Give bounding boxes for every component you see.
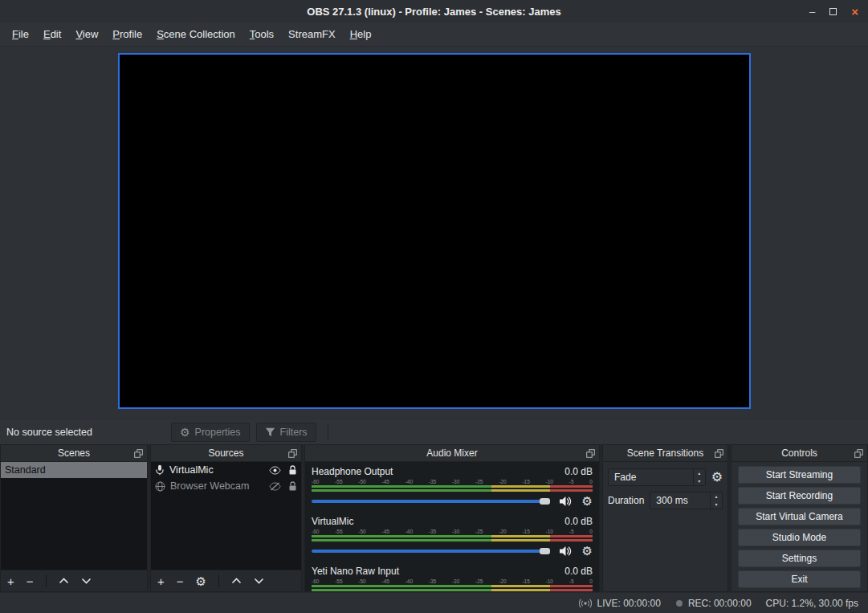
lock-icon[interactable]: [288, 481, 297, 492]
slider-handle[interactable]: [540, 548, 550, 554]
menu-item-profile[interactable]: Profile: [105, 25, 149, 43]
transition-select[interactable]: Fade ▴ ▾: [608, 468, 706, 486]
db-tick-label: -30: [452, 529, 459, 535]
popout-icon[interactable]: [586, 449, 595, 458]
gear-icon[interactable]: ⚙: [582, 495, 593, 507]
titlebar: OBS 27.1.3 (linux) - Profile: James - Sc…: [0, 0, 868, 22]
db-tick-label: -5: [569, 578, 574, 585]
combo-spinner: ▴ ▾: [693, 469, 705, 485]
duration-spinbox[interactable]: 300 ms ▴ ▾: [650, 492, 723, 509]
move-source-up-button[interactable]: [231, 578, 242, 584]
menu-item-help[interactable]: Help: [343, 25, 379, 43]
preview-canvas[interactable]: [118, 53, 751, 409]
eye-off-icon[interactable]: [269, 482, 281, 491]
source-properties-gear-icon[interactable]: ⚙: [196, 575, 206, 587]
db-tick-label: -40: [405, 479, 413, 485]
scenes-panel-title: Scenes: [58, 447, 90, 459]
db-scale: -60-55-50-45-40-35-30-25-20-15-10-50: [312, 529, 593, 535]
spin-up-icon[interactable]: ▴: [711, 492, 722, 501]
remove-source-button[interactable]: −: [177, 575, 184, 587]
menu-item-file[interactable]: File: [5, 25, 36, 43]
scenes-panel-header: Scenes: [1, 445, 147, 462]
level-meter: [312, 589, 593, 591]
db-tick-label: -20: [499, 529, 506, 535]
gear-icon[interactable]: ⚙: [582, 545, 593, 557]
volume-slider[interactable]: [312, 546, 550, 557]
volume-row: ⚙: [312, 493, 593, 509]
toolbar-separator: [328, 425, 328, 439]
source-row-controls: [269, 481, 297, 492]
menu-item-edit[interactable]: Edit: [36, 25, 68, 43]
transitions-panel-title: Scene Transitions: [627, 447, 703, 459]
mixer-panel-title: Audio Mixer: [426, 447, 477, 459]
lock-icon[interactable]: [288, 465, 297, 476]
db-tick-label: 0: [589, 479, 593, 485]
maximize-button[interactable]: [829, 8, 837, 15]
db-tick-label: -60: [312, 578, 319, 585]
menu-item-view[interactable]: View: [68, 25, 105, 43]
move-scene-up-button[interactable]: [59, 578, 69, 584]
start-recording-button[interactable]: Start Recording: [738, 487, 861, 505]
slider-track: [312, 500, 550, 503]
mixer-channel-headphone-output: Headphone Output 0.0 dB -60-55-50-45-40-…: [312, 466, 593, 509]
slider-handle[interactable]: [540, 498, 550, 505]
remove-scene-button[interactable]: −: [26, 575, 34, 587]
close-button[interactable]: ×: [851, 6, 858, 18]
db-tick-label: -35: [429, 479, 436, 485]
popout-icon[interactable]: [288, 449, 297, 458]
globe-icon: [155, 481, 165, 492]
volume-row: ⚙: [312, 543, 593, 558]
add-source-button[interactable]: +: [157, 575, 165, 587]
start-streaming-button[interactable]: Start Streaming: [738, 466, 861, 484]
speaker-icon[interactable]: [559, 546, 573, 557]
db-tick-label: 0: [589, 578, 593, 585]
filters-button[interactable]: Filters: [256, 423, 316, 442]
menu-item-scene-collection[interactable]: Scene Collection: [149, 25, 242, 43]
volume-slider[interactable]: [312, 496, 550, 507]
spin-up-icon[interactable]: ▴: [694, 469, 705, 477]
filters-label: Filters: [280, 427, 308, 438]
studio-mode-button[interactable]: Studio Mode: [738, 529, 861, 546]
menu-item-tools[interactable]: Tools: [242, 25, 281, 43]
popout-icon[interactable]: [134, 449, 143, 458]
footer-separator: [218, 574, 219, 587]
start-virtual-camera-button[interactable]: Start Virtual Camera: [738, 508, 861, 525]
filter-icon: [265, 427, 275, 437]
minimize-button[interactable]: –: [809, 6, 815, 17]
controls-panel: Controls Start Streaming Start Recording…: [731, 444, 868, 592]
properties-button[interactable]: ⚙ Properties: [171, 423, 250, 442]
db-scale: -60-55-50-45-40-35-30-25-20-15-10-50: [312, 578, 593, 585]
channel-header: Yeti Nano Raw Input 0.0 dB: [312, 566, 593, 577]
exit-button[interactable]: Exit: [738, 570, 861, 588]
db-tick-label: -20: [499, 479, 506, 485]
scenes-toolbar: + −: [1, 570, 147, 591]
source-row-controls: [269, 465, 297, 476]
menu-item-streamfx[interactable]: StreamFX: [281, 25, 343, 43]
settings-button[interactable]: Settings: [738, 550, 861, 567]
popout-icon[interactable]: [854, 449, 863, 458]
source-item-virtualmic[interactable]: VirtualMic: [151, 462, 301, 478]
add-scene-button[interactable]: +: [7, 575, 14, 587]
db-tick-label: -15: [522, 479, 529, 485]
db-tick-label: -25: [475, 529, 483, 535]
db-tick-label: -15: [522, 578, 529, 585]
spin-down-icon[interactable]: ▾: [694, 477, 705, 485]
scene-item-standard[interactable]: Standard: [1, 462, 147, 478]
move-source-down-button[interactable]: [254, 578, 264, 584]
popout-icon[interactable]: [715, 449, 723, 458]
db-tick-label: -30: [452, 479, 459, 485]
db-tick-label: -45: [381, 479, 389, 485]
spinbox-spinner: ▴ ▾: [710, 492, 722, 509]
transition-properties-gear-icon[interactable]: ⚙: [711, 471, 723, 484]
speaker-icon[interactable]: [559, 496, 573, 507]
move-scene-down-button[interactable]: [81, 578, 92, 584]
dock-panels: Scenes Standard + −: [0, 444, 868, 592]
live-time: LIVE: 00:00:00: [597, 598, 660, 609]
eye-icon[interactable]: [269, 466, 281, 475]
db-tick-label: -55: [335, 529, 342, 535]
source-item-browser-webcam[interactable]: Browser Webcam: [151, 478, 301, 494]
spin-down-icon[interactable]: ▾: [711, 501, 722, 509]
db-tick-label: -55: [335, 479, 342, 485]
db-tick-label: 0: [589, 529, 593, 535]
db-tick-label: -35: [429, 529, 436, 535]
